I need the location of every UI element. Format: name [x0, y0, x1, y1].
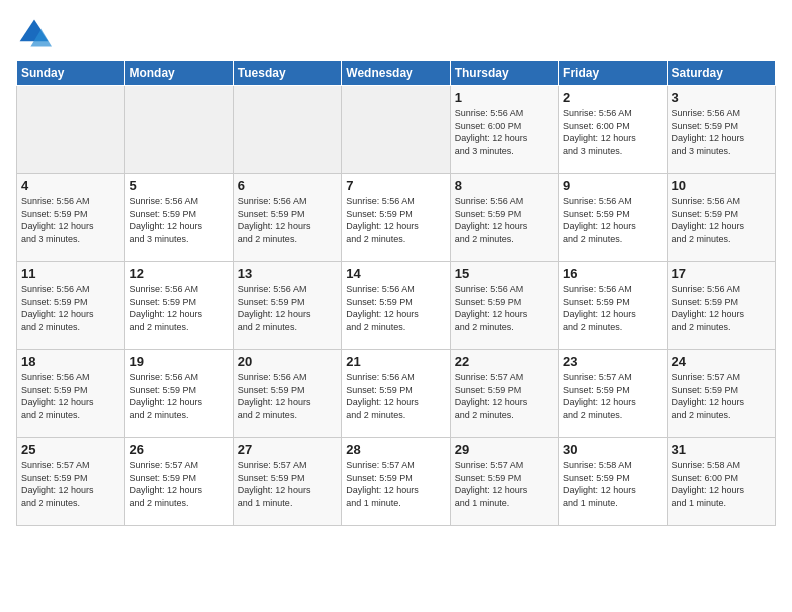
day-number: 18: [21, 354, 120, 369]
day-cell: 7Sunrise: 5:56 AM Sunset: 5:59 PM Daylig…: [342, 174, 450, 262]
day-cell: 17Sunrise: 5:56 AM Sunset: 5:59 PM Dayli…: [667, 262, 775, 350]
day-info: Sunrise: 5:57 AM Sunset: 5:59 PM Dayligh…: [455, 459, 554, 509]
day-info: Sunrise: 5:56 AM Sunset: 5:59 PM Dayligh…: [346, 195, 445, 245]
day-cell: 9Sunrise: 5:56 AM Sunset: 5:59 PM Daylig…: [559, 174, 667, 262]
day-number: 6: [238, 178, 337, 193]
day-number: 17: [672, 266, 771, 281]
day-cell: 16Sunrise: 5:56 AM Sunset: 5:59 PM Dayli…: [559, 262, 667, 350]
day-number: 21: [346, 354, 445, 369]
column-header-thursday: Thursday: [450, 61, 558, 86]
day-cell: 30Sunrise: 5:58 AM Sunset: 5:59 PM Dayli…: [559, 438, 667, 526]
day-number: 3: [672, 90, 771, 105]
day-cell: [342, 86, 450, 174]
day-info: Sunrise: 5:57 AM Sunset: 5:59 PM Dayligh…: [563, 371, 662, 421]
column-header-friday: Friday: [559, 61, 667, 86]
day-cell: 23Sunrise: 5:57 AM Sunset: 5:59 PM Dayli…: [559, 350, 667, 438]
day-number: 25: [21, 442, 120, 457]
day-cell: 6Sunrise: 5:56 AM Sunset: 5:59 PM Daylig…: [233, 174, 341, 262]
day-number: 30: [563, 442, 662, 457]
day-number: 2: [563, 90, 662, 105]
day-cell: 29Sunrise: 5:57 AM Sunset: 5:59 PM Dayli…: [450, 438, 558, 526]
day-cell: 28Sunrise: 5:57 AM Sunset: 5:59 PM Dayli…: [342, 438, 450, 526]
logo-icon: [16, 16, 52, 52]
day-info: Sunrise: 5:56 AM Sunset: 5:59 PM Dayligh…: [346, 371, 445, 421]
day-info: Sunrise: 5:57 AM Sunset: 5:59 PM Dayligh…: [672, 371, 771, 421]
day-cell: [125, 86, 233, 174]
day-cell: 18Sunrise: 5:56 AM Sunset: 5:59 PM Dayli…: [17, 350, 125, 438]
day-cell: 13Sunrise: 5:56 AM Sunset: 5:59 PM Dayli…: [233, 262, 341, 350]
day-info: Sunrise: 5:56 AM Sunset: 5:59 PM Dayligh…: [129, 283, 228, 333]
day-number: 20: [238, 354, 337, 369]
day-number: 24: [672, 354, 771, 369]
day-cell: 5Sunrise: 5:56 AM Sunset: 5:59 PM Daylig…: [125, 174, 233, 262]
day-number: 29: [455, 442, 554, 457]
day-cell: 12Sunrise: 5:56 AM Sunset: 5:59 PM Dayli…: [125, 262, 233, 350]
day-number: 26: [129, 442, 228, 457]
day-cell: [233, 86, 341, 174]
day-number: 23: [563, 354, 662, 369]
day-cell: 11Sunrise: 5:56 AM Sunset: 5:59 PM Dayli…: [17, 262, 125, 350]
day-cell: 3Sunrise: 5:56 AM Sunset: 5:59 PM Daylig…: [667, 86, 775, 174]
day-number: 4: [21, 178, 120, 193]
day-number: 7: [346, 178, 445, 193]
calendar-header-row: SundayMondayTuesdayWednesdayThursdayFrid…: [17, 61, 776, 86]
day-cell: 1Sunrise: 5:56 AM Sunset: 6:00 PM Daylig…: [450, 86, 558, 174]
day-info: Sunrise: 5:57 AM Sunset: 5:59 PM Dayligh…: [238, 459, 337, 509]
day-info: Sunrise: 5:56 AM Sunset: 5:59 PM Dayligh…: [563, 195, 662, 245]
day-info: Sunrise: 5:56 AM Sunset: 5:59 PM Dayligh…: [563, 283, 662, 333]
day-number: 22: [455, 354, 554, 369]
week-row-2: 4Sunrise: 5:56 AM Sunset: 5:59 PM Daylig…: [17, 174, 776, 262]
day-cell: 21Sunrise: 5:56 AM Sunset: 5:59 PM Dayli…: [342, 350, 450, 438]
logo: [16, 16, 56, 52]
day-number: 15: [455, 266, 554, 281]
day-info: Sunrise: 5:56 AM Sunset: 5:59 PM Dayligh…: [21, 283, 120, 333]
day-cell: 22Sunrise: 5:57 AM Sunset: 5:59 PM Dayli…: [450, 350, 558, 438]
day-info: Sunrise: 5:56 AM Sunset: 5:59 PM Dayligh…: [21, 195, 120, 245]
day-number: 5: [129, 178, 228, 193]
page-header: [16, 16, 776, 52]
day-number: 28: [346, 442, 445, 457]
day-info: Sunrise: 5:58 AM Sunset: 6:00 PM Dayligh…: [672, 459, 771, 509]
day-info: Sunrise: 5:56 AM Sunset: 5:59 PM Dayligh…: [672, 107, 771, 157]
day-number: 13: [238, 266, 337, 281]
day-cell: [17, 86, 125, 174]
day-cell: 10Sunrise: 5:56 AM Sunset: 5:59 PM Dayli…: [667, 174, 775, 262]
week-row-3: 11Sunrise: 5:56 AM Sunset: 5:59 PM Dayli…: [17, 262, 776, 350]
day-number: 16: [563, 266, 662, 281]
day-cell: 15Sunrise: 5:56 AM Sunset: 5:59 PM Dayli…: [450, 262, 558, 350]
day-number: 9: [563, 178, 662, 193]
day-info: Sunrise: 5:56 AM Sunset: 5:59 PM Dayligh…: [672, 283, 771, 333]
day-cell: 27Sunrise: 5:57 AM Sunset: 5:59 PM Dayli…: [233, 438, 341, 526]
day-cell: 4Sunrise: 5:56 AM Sunset: 5:59 PM Daylig…: [17, 174, 125, 262]
day-info: Sunrise: 5:56 AM Sunset: 5:59 PM Dayligh…: [346, 283, 445, 333]
week-row-5: 25Sunrise: 5:57 AM Sunset: 5:59 PM Dayli…: [17, 438, 776, 526]
day-info: Sunrise: 5:56 AM Sunset: 6:00 PM Dayligh…: [455, 107, 554, 157]
day-number: 19: [129, 354, 228, 369]
day-number: 14: [346, 266, 445, 281]
day-number: 10: [672, 178, 771, 193]
day-cell: 14Sunrise: 5:56 AM Sunset: 5:59 PM Dayli…: [342, 262, 450, 350]
day-info: Sunrise: 5:56 AM Sunset: 5:59 PM Dayligh…: [238, 283, 337, 333]
day-info: Sunrise: 5:58 AM Sunset: 5:59 PM Dayligh…: [563, 459, 662, 509]
day-cell: 2Sunrise: 5:56 AM Sunset: 6:00 PM Daylig…: [559, 86, 667, 174]
day-info: Sunrise: 5:56 AM Sunset: 5:59 PM Dayligh…: [129, 371, 228, 421]
day-cell: 25Sunrise: 5:57 AM Sunset: 5:59 PM Dayli…: [17, 438, 125, 526]
day-number: 1: [455, 90, 554, 105]
day-info: Sunrise: 5:56 AM Sunset: 5:59 PM Dayligh…: [455, 283, 554, 333]
day-number: 12: [129, 266, 228, 281]
day-number: 11: [21, 266, 120, 281]
day-cell: 19Sunrise: 5:56 AM Sunset: 5:59 PM Dayli…: [125, 350, 233, 438]
day-cell: 8Sunrise: 5:56 AM Sunset: 5:59 PM Daylig…: [450, 174, 558, 262]
day-info: Sunrise: 5:56 AM Sunset: 5:59 PM Dayligh…: [238, 195, 337, 245]
day-info: Sunrise: 5:56 AM Sunset: 5:59 PM Dayligh…: [129, 195, 228, 245]
day-info: Sunrise: 5:56 AM Sunset: 5:59 PM Dayligh…: [21, 371, 120, 421]
week-row-4: 18Sunrise: 5:56 AM Sunset: 5:59 PM Dayli…: [17, 350, 776, 438]
day-info: Sunrise: 5:56 AM Sunset: 6:00 PM Dayligh…: [563, 107, 662, 157]
column-header-monday: Monday: [125, 61, 233, 86]
day-number: 31: [672, 442, 771, 457]
day-info: Sunrise: 5:57 AM Sunset: 5:59 PM Dayligh…: [129, 459, 228, 509]
day-info: Sunrise: 5:56 AM Sunset: 5:59 PM Dayligh…: [672, 195, 771, 245]
day-info: Sunrise: 5:57 AM Sunset: 5:59 PM Dayligh…: [346, 459, 445, 509]
column-header-saturday: Saturday: [667, 61, 775, 86]
day-info: Sunrise: 5:57 AM Sunset: 5:59 PM Dayligh…: [455, 371, 554, 421]
